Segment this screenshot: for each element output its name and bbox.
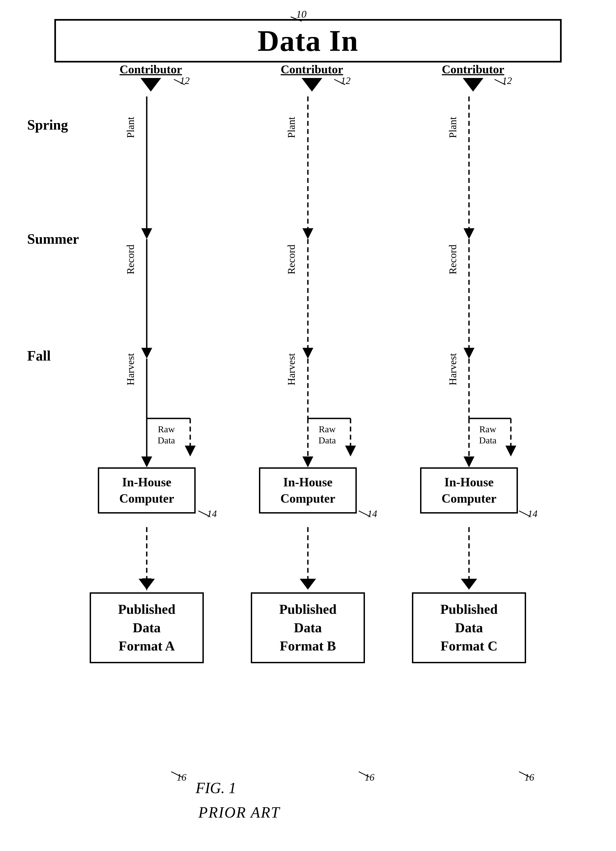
contributor-c-triangle [463, 78, 484, 92]
plant-label-a: Plant [125, 117, 137, 138]
ref-14-c: 14 [528, 508, 538, 520]
computer-box-b: In-House Computer [259, 468, 357, 514]
record-label-a: Record [125, 245, 137, 274]
published-label-a: Published Data Format A [118, 600, 175, 656]
contributor-c: Contributor [442, 63, 504, 92]
ref-14-a: 14 [207, 508, 217, 520]
ref-16-c: 16 [524, 772, 534, 783]
ref-16-b: 16 [365, 772, 374, 783]
svg-marker-33 [505, 446, 516, 457]
contributor-c-label: Contributor [442, 63, 504, 76]
raw-data-a: RawData [158, 424, 175, 446]
header-title: Data In [258, 24, 359, 58]
plant-label-b: Plant [285, 117, 297, 138]
fig-caption: FIG. 1 [195, 779, 236, 797]
svg-marker-17 [302, 348, 313, 359]
contributor-b: Contributor [281, 63, 343, 92]
svg-marker-21 [345, 446, 356, 457]
published-box-c: Published Data Format C [412, 592, 526, 663]
season-summer: Summer [27, 231, 79, 247]
record-label-b: Record [285, 245, 297, 274]
season-spring: Spring [27, 117, 68, 133]
ref-12-c: 12 [502, 75, 512, 86]
computer-box-a: In-House Computer [98, 468, 195, 514]
diagram-lines [0, 0, 616, 851]
contributor-b-triangle [302, 78, 322, 92]
svg-marker-35 [464, 457, 475, 468]
svg-marker-27 [464, 228, 475, 239]
published-box-b: Published Data Format B [251, 592, 365, 663]
ref-14-b: 14 [367, 508, 377, 520]
page-container: 10 Data In Spring Summer Fall Contributo… [0, 0, 616, 851]
contributor-a-label: Contributor [120, 63, 182, 76]
raw-data-b: RawData [319, 424, 336, 446]
contributor-a-triangle [140, 78, 161, 92]
published-label-b: Published Data Format B [279, 600, 337, 656]
harvest-label-c: Harvest [447, 353, 459, 385]
ref-12-a: 12 [180, 75, 190, 86]
published-box-a: Published Data Format A [90, 592, 204, 663]
prior-art-label: PRIOR ART [198, 804, 280, 821]
harvest-label-b: Harvest [285, 353, 297, 385]
harvest-label-a: Harvest [125, 353, 137, 385]
ref-16-a: 16 [177, 772, 186, 783]
published-label-c: Published Data Format C [440, 600, 497, 656]
season-fall: Fall [27, 348, 51, 364]
ref-12-b: 12 [341, 75, 350, 86]
plant-label-c: Plant [447, 117, 459, 138]
svg-marker-29 [464, 348, 475, 359]
svg-marker-23 [302, 457, 313, 468]
contributor-a: Contributor [120, 63, 182, 92]
svg-marker-8 [185, 446, 195, 457]
svg-marker-4 [141, 348, 152, 359]
svg-marker-37 [461, 579, 477, 589]
computer-box-c: In-House Computer [420, 468, 518, 514]
svg-marker-2 [141, 228, 152, 239]
raw-data-c: RawData [479, 424, 496, 446]
svg-marker-25 [300, 579, 316, 589]
svg-marker-15 [302, 228, 313, 239]
ref-10: 10 [296, 8, 306, 20]
svg-marker-12 [138, 579, 155, 589]
contributor-b-label: Contributor [281, 63, 343, 76]
header-box: Data In [54, 19, 562, 63]
svg-marker-10 [141, 457, 152, 468]
svg-marker-13 [143, 579, 151, 589]
record-label-c: Record [447, 245, 459, 274]
